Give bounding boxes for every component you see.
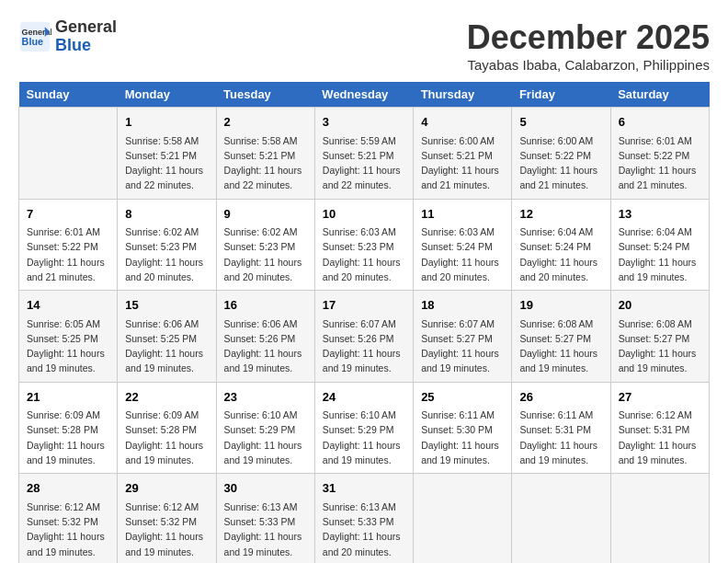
day-info: Sunrise: 6:12 AMSunset: 5:32 PMDaylight:… [125, 500, 208, 559]
day-number: 31 [323, 479, 405, 498]
day-number: 26 [519, 388, 602, 407]
day-info: Sunrise: 6:06 AMSunset: 5:26 PMDaylight:… [224, 316, 307, 376]
calendar-cell: 14Sunrise: 6:05 AMSunset: 5:25 PMDayligh… [19, 291, 118, 383]
day-number: 6 [619, 113, 701, 132]
calendar-header-row: SundayMondayTuesdayWednesdayThursdayFrid… [19, 82, 710, 108]
week-row-5: 28Sunrise: 6:12 AMSunset: 5:32 PMDayligh… [19, 474, 710, 563]
week-row-4: 21Sunrise: 6:09 AMSunset: 5:28 PMDayligh… [19, 382, 710, 474]
header-day-saturday: Saturday [610, 82, 709, 108]
calendar-cell: 1Sunrise: 5:58 AMSunset: 5:21 PMDaylight… [118, 108, 216, 200]
day-info: Sunrise: 6:10 AMSunset: 5:29 PMDaylight:… [224, 408, 307, 467]
week-row-3: 14Sunrise: 6:05 AMSunset: 5:25 PMDayligh… [19, 291, 710, 383]
day-info: Sunrise: 6:01 AMSunset: 5:22 PMDaylight:… [619, 133, 701, 193]
calendar-cell: 22Sunrise: 6:09 AMSunset: 5:28 PMDayligh… [118, 382, 216, 474]
week-row-1: 1Sunrise: 5:58 AMSunset: 5:21 PMDaylight… [19, 108, 710, 200]
day-number: 15 [125, 296, 208, 315]
calendar-cell: 17Sunrise: 6:07 AMSunset: 5:26 PMDayligh… [314, 291, 413, 383]
calendar-cell: 28Sunrise: 6:12 AMSunset: 5:32 PMDayligh… [19, 474, 118, 563]
calendar-cell: 23Sunrise: 6:10 AMSunset: 5:29 PMDayligh… [216, 382, 314, 474]
header: General Blue General Blue December 2025 … [18, 18, 710, 73]
calendar-cell: 8Sunrise: 6:02 AMSunset: 5:23 PMDaylight… [118, 199, 216, 291]
day-info: Sunrise: 6:07 AMSunset: 5:26 PMDaylight:… [323, 316, 405, 376]
day-info: Sunrise: 6:04 AMSunset: 5:24 PMDaylight:… [619, 224, 701, 284]
calendar-table: SundayMondayTuesdayWednesdayThursdayFrid… [18, 82, 710, 563]
day-info: Sunrise: 6:03 AMSunset: 5:24 PMDaylight:… [421, 224, 504, 284]
day-number: 28 [27, 479, 109, 498]
calendar-cell [19, 108, 118, 200]
calendar-cell: 18Sunrise: 6:07 AMSunset: 5:27 PMDayligh… [414, 291, 512, 383]
calendar-cell: 15Sunrise: 6:06 AMSunset: 5:25 PMDayligh… [118, 291, 216, 383]
day-number: 2 [224, 113, 307, 132]
day-info: Sunrise: 6:08 AMSunset: 5:27 PMDaylight:… [519, 316, 602, 376]
day-number: 14 [27, 296, 109, 315]
day-info: Sunrise: 5:59 AMSunset: 5:21 PMDaylight:… [323, 133, 405, 193]
day-number: 29 [125, 479, 208, 498]
day-number: 25 [421, 388, 504, 407]
calendar-cell: 4Sunrise: 6:00 AMSunset: 5:21 PMDaylight… [414, 108, 512, 200]
day-number: 13 [619, 205, 701, 224]
day-info: Sunrise: 6:03 AMSunset: 5:23 PMDaylight:… [323, 224, 405, 284]
day-info: Sunrise: 6:04 AMSunset: 5:24 PMDaylight:… [519, 224, 602, 284]
day-number: 20 [619, 296, 701, 315]
day-number: 19 [519, 296, 602, 315]
header-day-tuesday: Tuesday [216, 82, 314, 108]
header-day-sunday: Sunday [19, 82, 118, 108]
day-number: 7 [27, 205, 109, 224]
calendar-cell: 29Sunrise: 6:12 AMSunset: 5:32 PMDayligh… [118, 474, 216, 563]
day-number: 8 [125, 205, 208, 224]
logo-text: General Blue [55, 18, 117, 55]
day-info: Sunrise: 6:07 AMSunset: 5:27 PMDaylight:… [421, 316, 504, 376]
day-number: 22 [125, 388, 208, 407]
calendar-cell: 9Sunrise: 6:02 AMSunset: 5:23 PMDaylight… [216, 199, 314, 291]
title-section: December 2025 Tayabas Ibaba, Calabarzon,… [467, 18, 710, 73]
day-info: Sunrise: 6:11 AMSunset: 5:31 PMDaylight:… [519, 408, 602, 467]
day-number: 16 [224, 296, 307, 315]
calendar-cell: 26Sunrise: 6:11 AMSunset: 5:31 PMDayligh… [512, 382, 610, 474]
month-title: December 2025 [467, 18, 710, 57]
calendar-cell: 24Sunrise: 6:10 AMSunset: 5:29 PMDayligh… [314, 382, 413, 474]
calendar-cell [414, 474, 512, 563]
day-info: Sunrise: 6:11 AMSunset: 5:30 PMDaylight:… [421, 408, 504, 467]
calendar-cell: 30Sunrise: 6:13 AMSunset: 5:33 PMDayligh… [216, 474, 314, 563]
day-info: Sunrise: 6:00 AMSunset: 5:21 PMDaylight:… [421, 133, 504, 193]
week-row-2: 7Sunrise: 6:01 AMSunset: 5:22 PMDaylight… [19, 199, 710, 291]
day-info: Sunrise: 6:12 AMSunset: 5:32 PMDaylight:… [27, 500, 109, 559]
day-info: Sunrise: 6:02 AMSunset: 5:23 PMDaylight:… [224, 224, 307, 284]
day-info: Sunrise: 6:02 AMSunset: 5:23 PMDaylight:… [125, 224, 208, 284]
calendar-cell: 12Sunrise: 6:04 AMSunset: 5:24 PMDayligh… [512, 199, 610, 291]
day-number: 9 [224, 205, 307, 224]
header-day-friday: Friday [512, 82, 610, 108]
day-number: 4 [421, 113, 504, 132]
calendar-cell: 16Sunrise: 6:06 AMSunset: 5:26 PMDayligh… [216, 291, 314, 383]
day-info: Sunrise: 5:58 AMSunset: 5:21 PMDaylight:… [224, 133, 307, 193]
day-number: 21 [27, 388, 109, 407]
day-number: 27 [619, 388, 701, 407]
day-number: 3 [323, 113, 405, 132]
calendar-cell: 10Sunrise: 6:03 AMSunset: 5:23 PMDayligh… [314, 199, 413, 291]
calendar-cell: 5Sunrise: 6:00 AMSunset: 5:22 PMDaylight… [512, 108, 610, 200]
day-info: Sunrise: 5:58 AMSunset: 5:21 PMDaylight:… [125, 133, 208, 193]
day-info: Sunrise: 6:01 AMSunset: 5:22 PMDaylight:… [27, 224, 109, 284]
calendar-cell: 2Sunrise: 5:58 AMSunset: 5:21 PMDaylight… [216, 108, 314, 200]
day-number: 10 [323, 205, 405, 224]
calendar-cell: 31Sunrise: 6:13 AMSunset: 5:33 PMDayligh… [314, 474, 413, 563]
day-number: 1 [125, 113, 208, 132]
logo: General Blue General Blue [18, 18, 117, 55]
day-info: Sunrise: 6:05 AMSunset: 5:25 PMDaylight:… [27, 316, 109, 376]
header-day-wednesday: Wednesday [314, 82, 413, 108]
calendar-cell: 19Sunrise: 6:08 AMSunset: 5:27 PMDayligh… [512, 291, 610, 383]
day-number: 24 [323, 388, 405, 407]
svg-text:Blue: Blue [22, 36, 43, 47]
day-number: 17 [323, 296, 405, 315]
calendar-cell: 3Sunrise: 5:59 AMSunset: 5:21 PMDaylight… [314, 108, 413, 200]
calendar-cell: 13Sunrise: 6:04 AMSunset: 5:24 PMDayligh… [610, 199, 709, 291]
calendar-cell [512, 474, 610, 563]
day-info: Sunrise: 6:10 AMSunset: 5:29 PMDaylight:… [323, 408, 405, 467]
day-info: Sunrise: 6:09 AMSunset: 5:28 PMDaylight:… [27, 408, 109, 467]
day-info: Sunrise: 6:13 AMSunset: 5:33 PMDaylight:… [224, 500, 307, 559]
calendar-cell [610, 474, 709, 563]
day-number: 5 [519, 113, 602, 132]
day-number: 18 [421, 296, 504, 315]
day-info: Sunrise: 6:06 AMSunset: 5:25 PMDaylight:… [125, 316, 208, 376]
logo-icon: General Blue [18, 20, 51, 53]
